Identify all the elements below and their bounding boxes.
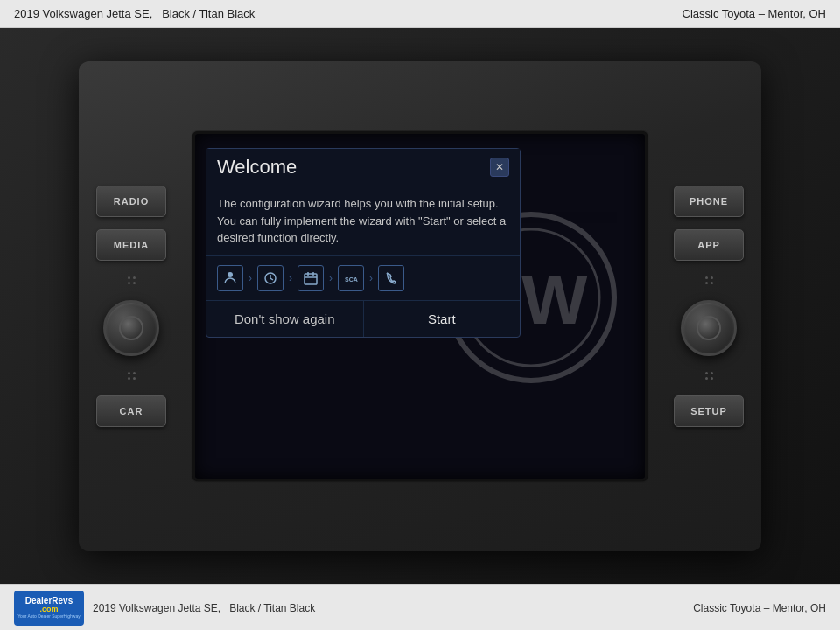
step-phone-icon <box>378 265 404 291</box>
svg-text:SCAN: SCAN <box>345 276 358 283</box>
app-label: APP <box>697 240 720 250</box>
step-calendar-icon <box>298 265 324 291</box>
radio-button[interactable]: RADIO <box>96 186 166 217</box>
car-color: Black / Titan Black <box>162 7 255 20</box>
dialog-header: Welcome ✕ <box>206 149 520 186</box>
phone-label: PHONE <box>690 196 728 206</box>
top-bar: 2019 Volkswagen Jetta SE, Black / Titan … <box>0 0 840 28</box>
step-arrow-2: › <box>289 272 292 284</box>
step-arrow-1: › <box>248 272 252 284</box>
dialog-body: The configuration wizard helps you with … <box>206 186 520 256</box>
step-person-icon <box>217 265 243 291</box>
wizard-steps: › › › <box>206 256 520 300</box>
setup-button[interactable]: SETUP <box>674 396 744 427</box>
bottom-bar-left: DealerRevs .com Your Auto Dealer SuperHi… <box>14 591 315 626</box>
top-bar-car-info: 2019 Volkswagen Jetta SE, Black / Titan … <box>14 7 255 20</box>
dialog-title: Welcome <box>217 156 297 178</box>
right-knob-inner <box>696 316 721 340</box>
bottom-car-info: 2019 Volkswagen Jetta SE, Black / Titan … <box>93 602 315 614</box>
phone-button[interactable]: PHONE <box>674 186 744 217</box>
step-arrow-3: › <box>329 272 332 284</box>
dialog-close-button[interactable]: ✕ <box>490 158 509 177</box>
dialog-buttons: Don't show again Start <box>206 300 520 337</box>
dont-show-again-button[interactable]: Don't show again <box>206 301 364 337</box>
infotainment-unit: RADIO MEDIA CAR <box>79 61 761 551</box>
footer-dealer-name: Classic Toyota – Mentor, OH <box>693 602 826 614</box>
footer-car-title: 2019 Volkswagen Jetta SE, <box>93 602 220 614</box>
dealerrevs-logo[interactable]: DealerRevs .com Your Auto Dealer SuperHi… <box>14 591 84 626</box>
welcome-dialog: Welcome ✕ The configuration wizard helps… <box>206 148 521 338</box>
media-button[interactable]: MEDIA <box>96 229 166 261</box>
start-button[interactable]: Start <box>364 301 521 337</box>
svg-point-3 <box>228 272 233 277</box>
car-button[interactable]: CAR <box>96 396 166 427</box>
logo-domain: .com <box>18 606 80 613</box>
setup-label: SETUP <box>690 406 727 416</box>
app-button[interactable]: APP <box>674 229 744 261</box>
left-knob[interactable] <box>103 300 159 356</box>
close-icon: ✕ <box>495 161 504 173</box>
car-label: CAR <box>120 406 144 416</box>
step-scan-icon: SCAN <box>338 265 364 291</box>
car-title: 2019 Volkswagen Jetta SE, <box>14 7 152 20</box>
step-clock-icon <box>257 265 284 291</box>
infotainment-screen: VW Welcome ✕ The configuration wizard he… <box>192 131 648 481</box>
top-bar-dealer: Classic Toyota – Mentor, OH <box>682 7 827 20</box>
footer-car-color: Black / Titan Black <box>229 602 315 614</box>
right-knob[interactable] <box>681 300 737 356</box>
media-label: MEDIA <box>114 240 149 250</box>
main-content: RADIO MEDIA CAR <box>0 28 840 584</box>
left-knob-inner <box>119 316 144 340</box>
bottom-bar: DealerRevs .com Your Auto Dealer SuperHi… <box>0 584 840 630</box>
left-controls: RADIO MEDIA CAR <box>96 186 166 427</box>
step-arrow-4: › <box>369 272 373 284</box>
right-controls: PHONE APP SETUP <box>674 186 744 427</box>
svg-rect-5 <box>304 274 317 284</box>
radio-label: RADIO <box>114 196 149 206</box>
logo-tagline: Your Auto Dealer SuperHighway <box>18 613 80 619</box>
